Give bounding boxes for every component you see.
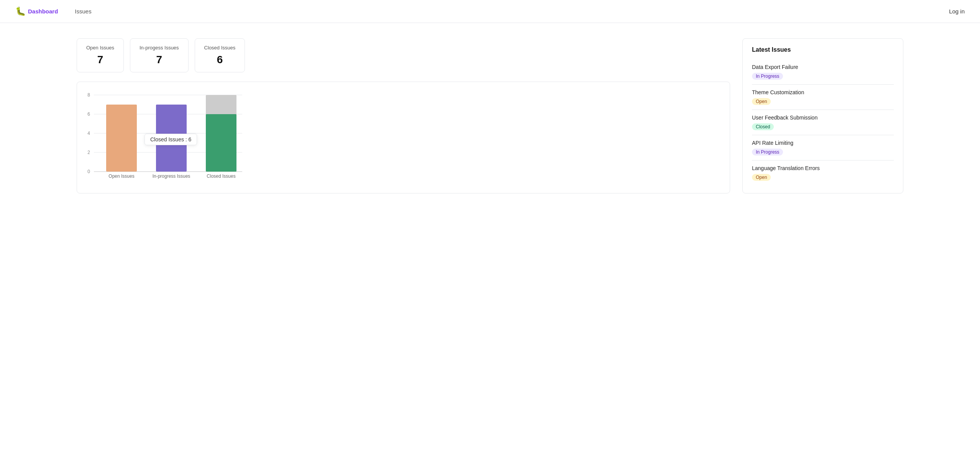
nav-dashboard-link[interactable]: Dashboard — [28, 8, 58, 15]
main-content: Open Issues 7 In-progess Issues 7 Closed… — [0, 23, 980, 209]
stat-card: Closed Issues 6 — [195, 38, 245, 72]
svg-text:0: 0 — [87, 169, 90, 174]
chart-svg-wrapper: 8 6 4 2 0 Open Issues — [83, 90, 721, 187]
nav-right: Log in — [949, 8, 965, 15]
bar-closed — [206, 114, 236, 172]
list-item[interactable]: Language Translation Errors Open — [752, 160, 894, 185]
stat-card-label: Closed Issues — [204, 45, 236, 51]
list-item[interactable]: Theme Customization Open — [752, 85, 894, 110]
svg-text:Open Issues: Open Issues — [108, 174, 134, 179]
stat-card: Open Issues 7 — [77, 38, 124, 72]
left-panel: Open Issues 7 In-progess Issues 7 Closed… — [77, 38, 730, 193]
status-badge: Closed — [752, 123, 774, 130]
issue-name: API Rate Limiting — [752, 140, 894, 146]
bar-chart: 8 6 4 2 0 Open Issues — [83, 90, 244, 185]
stat-card-value: 7 — [86, 54, 114, 66]
status-badge: Open — [752, 174, 771, 181]
list-item[interactable]: User Feedback Submission Closed — [752, 110, 894, 135]
stat-card: In-progess Issues 7 — [130, 38, 189, 72]
issue-name: Theme Customization — [752, 89, 894, 95]
nav-issues-link[interactable]: Issues — [75, 8, 91, 15]
issue-name: Data Export Failure — [752, 64, 894, 70]
bar-open — [106, 105, 137, 172]
stat-cards: Open Issues 7 In-progess Issues 7 Closed… — [77, 38, 730, 72]
nav-logo: 🐛 Dashboard — [15, 7, 58, 16]
stat-card-value: 6 — [204, 54, 236, 66]
list-item[interactable]: Data Export Failure In Progress — [752, 59, 894, 85]
svg-text:Closed Issues: Closed Issues — [207, 174, 235, 179]
bar-inprogress — [156, 105, 187, 172]
latest-issues-title: Latest Issues — [752, 46, 894, 53]
svg-text:In-progress Issues: In-progress Issues — [153, 174, 190, 179]
stat-card-label: In-progess Issues — [140, 45, 179, 51]
list-item[interactable]: API Rate Limiting In Progress — [752, 135, 894, 160]
status-badge: In Progress — [752, 149, 783, 156]
status-badge: In Progress — [752, 73, 783, 80]
issue-name: Language Translation Errors — [752, 165, 894, 171]
svg-text:4: 4 — [87, 131, 90, 136]
login-button[interactable]: Log in — [949, 8, 965, 15]
stat-card-label: Open Issues — [86, 45, 114, 51]
svg-text:6: 6 — [87, 111, 90, 117]
issues-list: Data Export Failure In Progress Theme Cu… — [752, 59, 894, 185]
svg-text:8: 8 — [87, 92, 90, 98]
svg-text:2: 2 — [87, 150, 90, 155]
navbar: 🐛 Dashboard Issues Log in — [0, 0, 980, 23]
bug-icon: 🐛 — [15, 7, 26, 16]
issue-name: User Feedback Submission — [752, 115, 894, 121]
right-panel: Latest Issues Data Export Failure In Pro… — [742, 38, 903, 193]
stat-card-value: 7 — [140, 54, 179, 66]
chart-container: 8 6 4 2 0 Open Issues — [77, 82, 730, 193]
status-badge: Open — [752, 98, 771, 105]
